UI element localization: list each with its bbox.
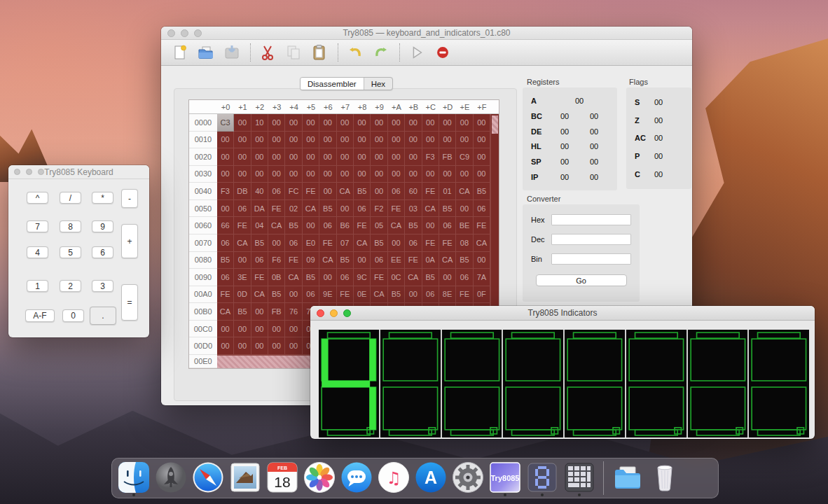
hex-cell[interactable]: 00: [285, 321, 302, 338]
minimize-button[interactable]: [181, 29, 188, 37]
minimize-button[interactable]: [330, 309, 338, 317]
hex-cell[interactable]: F6: [268, 252, 285, 270]
hex-cell[interactable]: 09: [303, 252, 319, 270]
hex-cell[interactable]: 00: [371, 166, 387, 183]
hex-cell[interactable]: 06: [303, 286, 319, 304]
close-button[interactable]: [317, 309, 324, 317]
hex-cell[interactable]: DB: [234, 183, 251, 200]
hex-cell[interactable]: 00: [234, 148, 251, 166]
hex-cell[interactable]: FE: [474, 217, 490, 234]
hex-cell[interactable]: 00: [337, 132, 354, 149]
dec-input[interactable]: [551, 234, 631, 245]
hex-cell[interactable]: FC: [285, 183, 302, 200]
key-8[interactable]: 8: [60, 220, 81, 232]
hex-cell[interactable]: FE: [422, 234, 439, 252]
hex-cell[interactable]: CA: [371, 286, 387, 304]
hex-cell[interactable]: B5: [354, 183, 371, 200]
hex-cell[interactable]: CA: [319, 252, 336, 270]
hex-cell[interactable]: 00: [456, 132, 473, 149]
hex-cell[interactable]: CA: [354, 234, 371, 252]
hex-cell[interactable]: 00: [371, 132, 387, 149]
hex-cell[interactable]: B5: [251, 234, 268, 252]
hex-cell[interactable]: FE: [354, 217, 371, 234]
hex-cell[interactable]: 06: [474, 200, 490, 218]
hex-cell[interactable]: 06: [319, 217, 336, 234]
hex-cell[interactable]: 00: [371, 148, 387, 166]
hex-cell[interactable]: FE: [217, 286, 234, 304]
hex-cell[interactable]: 00: [319, 269, 336, 286]
key-dot[interactable]: .: [90, 307, 116, 325]
hex-cell[interactable]: FE: [422, 183, 439, 200]
dock-app-store[interactable]: A: [414, 460, 448, 496]
hex-cell[interactable]: 00: [354, 114, 371, 132]
hex-cell[interactable]: 06: [285, 234, 302, 252]
run-button[interactable]: [406, 43, 427, 62]
key-plus[interactable]: +: [121, 224, 138, 258]
hex-cell[interactable]: CA: [251, 286, 268, 304]
hex-cell[interactable]: CA: [456, 183, 473, 200]
hex-cell[interactable]: 03: [405, 200, 422, 218]
bin-input[interactable]: [551, 253, 631, 265]
hex-cell[interactable]: CA: [268, 217, 285, 234]
hex-scrollbar-thumb[interactable]: [492, 115, 498, 134]
key-a-f[interactable]: A-F: [25, 309, 55, 322]
hex-cell[interactable]: 00: [388, 234, 405, 252]
hex-cell[interactable]: 00: [439, 269, 456, 286]
hex-cell[interactable]: CA: [388, 217, 405, 234]
hex-cell[interactable]: 00: [337, 166, 354, 183]
hex-cell[interactable]: 00: [388, 166, 405, 183]
dock-keypad[interactable]: [563, 460, 596, 496]
hex-cell[interactable]: 00: [474, 114, 490, 132]
hex-cell[interactable]: 06: [456, 269, 473, 286]
hex-cell[interactable]: 07: [337, 234, 354, 252]
hex-cell[interactable]: 06: [251, 252, 268, 270]
hex-cell[interactable]: 00: [337, 148, 354, 166]
hex-cell[interactable]: 00: [217, 321, 234, 338]
key-caret[interactable]: ^: [27, 192, 48, 204]
hex-cell[interactable]: 00: [405, 114, 422, 132]
hex-cell[interactable]: 00: [319, 132, 336, 149]
hex-cell[interactable]: 00: [251, 337, 268, 355]
hex-cell[interactable]: 00: [319, 166, 336, 183]
hex-cell[interactable]: CA: [285, 269, 302, 286]
hex-cell[interactable]: 00: [303, 166, 319, 183]
hex-cell[interactable]: 00: [474, 166, 490, 183]
hex-cell[interactable]: 06: [405, 234, 422, 252]
indicators-titlebar[interactable]: Try8085 Indicators: [310, 306, 815, 321]
hex-cell[interactable]: 00: [354, 166, 371, 183]
hex-cell[interactable]: CA: [474, 234, 490, 252]
hex-cell[interactable]: 00: [474, 148, 490, 166]
hex-cell[interactable]: 00: [251, 166, 268, 183]
hex-cell[interactable]: DA: [251, 200, 268, 218]
hex-cell[interactable]: 00: [319, 114, 336, 132]
hex-cell[interactable]: 06: [354, 200, 371, 218]
hex-cell[interactable]: B5: [405, 217, 422, 234]
hex-cell[interactable]: F3: [422, 148, 439, 166]
hex-cell[interactable]: 00: [388, 114, 405, 132]
key-7[interactable]: 7: [27, 220, 48, 232]
hex-cell[interactable]: 00: [234, 321, 251, 338]
hex-cell[interactable]: 8E: [439, 286, 456, 304]
hex-cell[interactable]: 06: [217, 269, 234, 286]
hex-cell[interactable]: 04: [251, 217, 268, 234]
hex-cell[interactable]: 00: [217, 148, 234, 166]
hex-cell[interactable]: CA: [405, 269, 422, 286]
hex-cell[interactable]: 00: [354, 148, 371, 166]
hex-cell[interactable]: FE: [251, 269, 268, 286]
hex-cell[interactable]: FB: [439, 148, 456, 166]
hex-cell[interactable]: 02: [285, 200, 302, 218]
key-equals[interactable]: =: [121, 284, 138, 321]
hex-cell[interactable]: 00: [268, 337, 285, 355]
hex-cell[interactable]: 00: [439, 166, 456, 183]
hex-cell[interactable]: 00: [405, 148, 422, 166]
hex-cell[interactable]: F3: [217, 183, 234, 200]
zoom-button[interactable]: [194, 29, 202, 37]
hex-cell[interactable]: CA: [439, 252, 456, 270]
dock-safari[interactable]: [191, 460, 225, 496]
hex-cell[interactable]: 01: [439, 183, 456, 200]
key-minus[interactable]: -: [121, 189, 138, 208]
hex-cell[interactable]: 00: [354, 252, 371, 270]
hex-cell[interactable]: 00: [439, 114, 456, 132]
hex-cell[interactable]: FE: [405, 252, 422, 270]
hex-cell[interactable]: 00: [422, 132, 439, 149]
